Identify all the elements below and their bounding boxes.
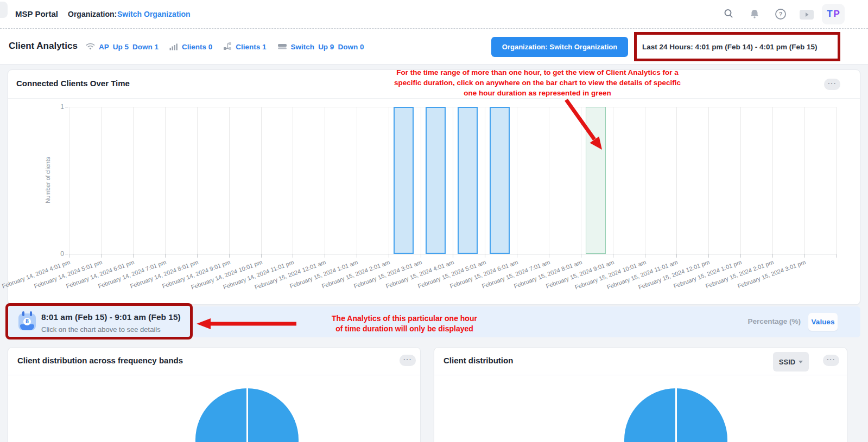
bar-chart-plot-area[interactable] (69, 107, 837, 254)
x-tick-mark (101, 254, 102, 258)
y-axis-title: Number of clients (45, 157, 51, 203)
ap-down-count[interactable]: Down 1 (132, 43, 159, 51)
annotation-bottom-note: The Analytics of this particular one hou… (301, 313, 508, 334)
user-avatar[interactable]: T P (822, 4, 845, 24)
gridline (197, 107, 198, 254)
ssid-dropdown[interactable]: SSID (773, 352, 809, 371)
gridline (708, 107, 709, 254)
gridline (517, 107, 517, 254)
x-tick-mark (581, 254, 581, 258)
x-tick-mark (676, 254, 677, 258)
topology-icon (223, 42, 232, 52)
x-tick-mark (325, 254, 325, 258)
x-tick-mark (357, 254, 357, 258)
x-tick-mark (708, 254, 709, 258)
x-tick-mark (197, 254, 198, 258)
switch-device-icon (277, 42, 287, 52)
gridline (740, 107, 741, 254)
gridline (453, 107, 453, 254)
y-tick-0: 0 (52, 250, 64, 258)
gridline (293, 107, 293, 254)
device-status-row: AP Up 5 Down 1 Clients 0 Clients 1 Switc… (86, 42, 364, 52)
analytics-header: Client Analytics AP Up 5 Down 1 Clients … (0, 29, 868, 65)
switch-up-count[interactable]: Up 9 (318, 43, 334, 51)
wired-clients-count[interactable]: Clients 1 (236, 43, 266, 51)
x-tick-mark (485, 254, 485, 258)
y-tick-mark (65, 107, 68, 107)
annotation-top-note: For the time range of more than one hour… (347, 67, 727, 98)
signal-bars-icon (169, 42, 178, 52)
organization-filter-button[interactable]: Organization: Switch Organization (491, 37, 628, 57)
gridline (101, 107, 102, 254)
distribution-menu-ellipsis-icon[interactable]: ··· (823, 355, 839, 366)
gridline (836, 107, 837, 254)
search-icon[interactable] (723, 8, 734, 21)
sidebar-toggle[interactable] (0, 2, 8, 18)
x-tick-mark (804, 254, 805, 258)
gridline (389, 107, 389, 254)
gridline (613, 107, 613, 254)
gridline (357, 107, 357, 254)
x-tick-mark (229, 254, 230, 258)
x-tick-mark (836, 254, 837, 258)
ap-up-count[interactable]: Up 5 (113, 43, 129, 51)
gridline (421, 107, 421, 254)
wifi-ap-icon (86, 42, 95, 52)
selected-hour-highlight-bar[interactable] (586, 107, 606, 254)
x-axis-labels: February 14, 2024 4:01 pmFebruary 14, 20… (69, 259, 837, 297)
client-count-bar[interactable] (426, 107, 446, 254)
gridline (261, 107, 262, 254)
gridline (676, 107, 677, 254)
switch-label: Switch (291, 43, 315, 51)
calendar-icon[interactable]: 8 (18, 311, 36, 331)
org-switch-link[interactable]: Switch Organization (117, 10, 191, 18)
chart-menu-ellipsis-icon[interactable]: ··· (824, 79, 840, 90)
avatar-initial-t: T (827, 9, 832, 20)
x-tick-mark (517, 254, 517, 258)
gridline (549, 107, 549, 254)
gridline (645, 107, 645, 254)
x-tick-mark (165, 254, 166, 258)
calendar-day-number: 8 (23, 318, 31, 325)
client-count-bar[interactable] (394, 107, 414, 254)
percentage-toggle[interactable]: Percentage (%) (722, 317, 801, 325)
x-tick-mark (293, 254, 293, 258)
x-tick-mark (133, 254, 134, 258)
gridline (165, 107, 166, 254)
gridline (804, 107, 805, 254)
x-tick-mark (261, 254, 262, 258)
x-tick-mark (740, 254, 741, 258)
org-label: Organization: (68, 10, 117, 18)
client-count-bar[interactable] (490, 107, 510, 254)
gridline (485, 107, 485, 254)
x-tick-mark (549, 254, 549, 258)
frequency-menu-ellipsis-icon[interactable]: ··· (400, 355, 416, 366)
help-icon[interactable]: ? (775, 8, 787, 22)
values-toggle[interactable]: Values (808, 313, 838, 331)
x-tick-mark (772, 254, 773, 258)
time-range-picker[interactable]: Last 24 Hours: 4:01 pm (Feb 14) - 4:01 p… (634, 32, 840, 61)
x-tick-mark (453, 254, 453, 258)
ap-label: AP (99, 43, 109, 51)
x-tick-mark (69, 254, 69, 258)
gridline (69, 107, 69, 254)
pie-slice-divider (246, 440, 248, 442)
ssid-dropdown-label: SSID (779, 358, 795, 366)
pie-slice-divider (675, 440, 677, 442)
x-tick-mark (389, 254, 389, 258)
distribution-card-title: Client distribution (443, 356, 513, 365)
video-tour-icon[interactable] (799, 9, 814, 23)
brand-title: MSP Portal (15, 9, 58, 18)
wireless-clients-count[interactable]: Clients 0 (182, 43, 212, 51)
x-tick-mark (613, 254, 613, 258)
client-count-bar[interactable] (458, 107, 478, 254)
x-tick-mark (421, 254, 421, 258)
avatar-initial-p: P (834, 9, 840, 20)
switch-down-count[interactable]: Down 0 (338, 43, 364, 51)
notifications-bell-icon[interactable] (750, 9, 759, 22)
top-bar: MSP Portal Organization: Switch Organiza… (0, 0, 868, 29)
x-tick-mark (645, 254, 645, 258)
page-title: Client Analytics (9, 41, 78, 52)
chevron-down-icon (799, 361, 803, 363)
gridline (581, 107, 581, 254)
